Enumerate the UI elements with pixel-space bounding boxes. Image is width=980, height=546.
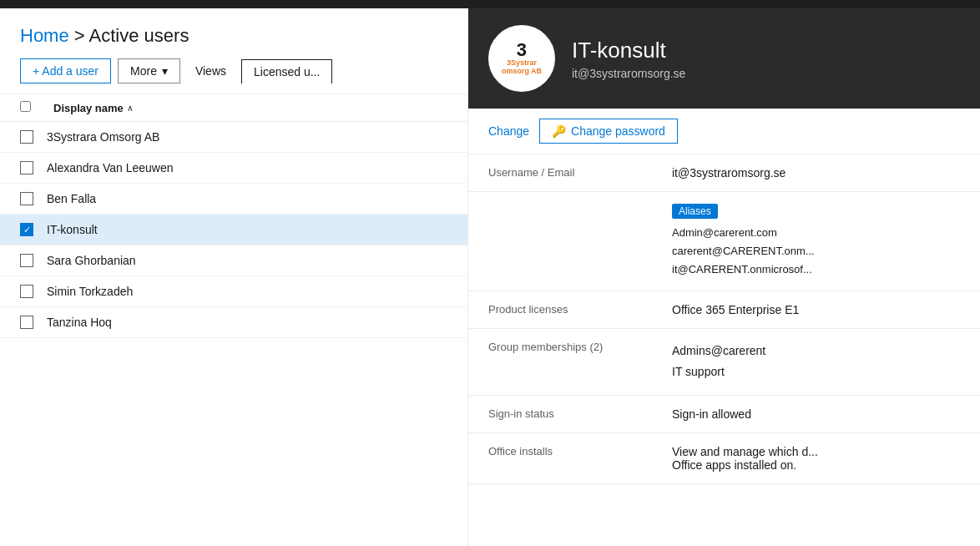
- breadcrumb-separator: >: [74, 25, 89, 46]
- user-row[interactable]: Simin Torkzadeh: [0, 276, 467, 307]
- select-all-checkbox[interactable]: [20, 101, 31, 112]
- breadcrumb: Home > Active users: [20, 25, 447, 47]
- right-panel: 3 3Systrar omsorg AB IT-konsult it@3syst…: [467, 8, 980, 546]
- change-password-button[interactable]: 🔑 Change password: [539, 119, 678, 144]
- more-label: More: [130, 64, 157, 78]
- breadcrumb-area: Home > Active users: [0, 8, 467, 58]
- detail-user-name: IT-konsult: [572, 38, 685, 63]
- key-icon: 🔑: [552, 124, 566, 138]
- detail-row-aliases: Aliases Admin@carerent.com carerent@CARE…: [468, 192, 980, 291]
- change-password-label: Change password: [571, 124, 665, 138]
- user-list: 3Systrara Omsorg ABAlexandra Van Leeuwen…: [0, 122, 467, 338]
- office-line2: Office apps installed on.: [672, 458, 960, 472]
- display-name-header-label: Display name: [53, 102, 124, 114]
- row-checkbox[interactable]: [20, 161, 33, 174]
- row-checkbox[interactable]: [20, 192, 33, 205]
- aliases-list: Admin@carerent.com carerent@CARERENT.onm…: [672, 224, 960, 279]
- header-info: IT-konsult it@3systraromsorg.se: [572, 38, 685, 80]
- detail-row-licenses: Product licenses Office 365 Enterprise E…: [468, 291, 980, 329]
- user-row[interactable]: Alexandra Van Leeuwen: [0, 153, 467, 184]
- user-name: 3Systrara Omsorg AB: [47, 130, 159, 144]
- group-1: Admins@carerent: [672, 341, 960, 361]
- detail-header: 3 3Systrar omsorg AB IT-konsult it@3syst…: [468, 8, 980, 109]
- more-chevron-icon: ▾: [162, 64, 168, 78]
- alias-1: Admin@carerent.com: [672, 224, 960, 242]
- user-name: IT-konsult: [47, 223, 98, 236]
- user-name: Simin Torkzadeh: [47, 285, 133, 298]
- detail-row-groups: Group memberships (2) Admins@carerent IT…: [468, 329, 980, 395]
- detail-row-email: Username / Email it@3systraromsorg.se: [468, 154, 980, 192]
- office-line1: View and manage which d...: [672, 445, 960, 458]
- field-value-signin: Sign-in allowed: [672, 407, 960, 421]
- user-name: Tanzina Hoq: [47, 316, 112, 329]
- top-bar: [0, 0, 980, 8]
- field-value-office: View and manage which d... Office apps i…: [672, 445, 960, 472]
- field-value-email: it@3systraromsorg.se: [672, 166, 960, 179]
- row-checkbox[interactable]: [20, 285, 33, 298]
- field-value-licenses: Office 365 Enterprise E1: [672, 303, 960, 316]
- avatar-line2: omsorg AB: [502, 67, 542, 75]
- row-checkbox[interactable]: [20, 316, 33, 329]
- table-header: Display name ∧: [0, 94, 467, 122]
- user-name: Sara Ghorbanian: [47, 254, 136, 267]
- field-value-groups: Admins@carerent IT support: [672, 341, 960, 382]
- breadcrumb-current: Active users: [89, 25, 189, 46]
- user-row[interactable]: IT-konsult: [0, 215, 467, 245]
- sort-icon[interactable]: ∧: [127, 104, 133, 113]
- user-row[interactable]: 3Systrara Omsorg AB: [0, 122, 467, 153]
- user-row[interactable]: Sara Ghorbanian: [0, 245, 467, 276]
- views-button[interactable]: Views: [187, 59, 235, 83]
- detail-row-signin: Sign-in status Sign-in allowed: [468, 396, 980, 433]
- detail-fields: Username / Email it@3systraromsorg.se Al…: [468, 154, 980, 484]
- field-label-groups: Group memberships (2): [488, 341, 655, 353]
- field-value-aliases: Aliases Admin@carerent.com carerent@CARE…: [672, 204, 960, 279]
- user-row[interactable]: Ben Falla: [0, 184, 467, 215]
- alias-3: it@CARERENT.onmicrosof...: [672, 260, 960, 279]
- change-button[interactable]: Change: [488, 121, 529, 141]
- licensed-tab[interactable]: Licensed u...: [241, 59, 332, 83]
- detail-user-email: it@3systraromsorg.se: [572, 67, 685, 80]
- field-label-licenses: Product licenses: [488, 303, 655, 316]
- aliases-badge[interactable]: Aliases: [672, 204, 718, 219]
- left-panel: Home > Active users + Add a user More ▾ …: [0, 8, 467, 546]
- detail-actions: Change 🔑 Change password: [468, 109, 980, 154]
- user-name: Alexandra Van Leeuwen: [47, 161, 174, 174]
- field-label-signin: Sign-in status: [488, 407, 655, 420]
- detail-row-office: Office installs View and manage which d.…: [468, 433, 980, 484]
- field-label-email: Username / Email: [488, 166, 655, 179]
- user-name: Ben Falla: [47, 192, 96, 205]
- row-checkbox[interactable]: [20, 254, 33, 267]
- avatar-line1: 3Systrar: [507, 58, 537, 67]
- add-user-button[interactable]: + Add a user: [20, 58, 111, 83]
- avatar-brand: 3 3Systrar omsorg AB: [490, 27, 553, 90]
- alias-2: carerent@CARERENT.onm...: [672, 242, 960, 260]
- toolbar: + Add a user More ▾ Views Licensed u...: [0, 58, 467, 94]
- group-2: IT support: [672, 361, 960, 382]
- avatar-logo: 3 3Systrar omsorg AB: [502, 41, 542, 76]
- more-button[interactable]: More ▾: [118, 58, 180, 83]
- col-display-name: Display name ∧: [53, 102, 133, 114]
- row-checkbox[interactable]: [20, 223, 33, 236]
- row-checkbox[interactable]: [20, 130, 33, 144]
- breadcrumb-home[interactable]: Home: [20, 25, 69, 46]
- avatar-num: 3: [502, 41, 542, 59]
- field-label-office: Office installs: [488, 445, 655, 458]
- user-row[interactable]: Tanzina Hoq: [0, 307, 467, 338]
- avatar: 3 3Systrar omsorg AB: [488, 25, 555, 92]
- main-layout: Home > Active users + Add a user More ▾ …: [0, 8, 980, 546]
- header-checkbox[interactable]: [20, 101, 40, 114]
